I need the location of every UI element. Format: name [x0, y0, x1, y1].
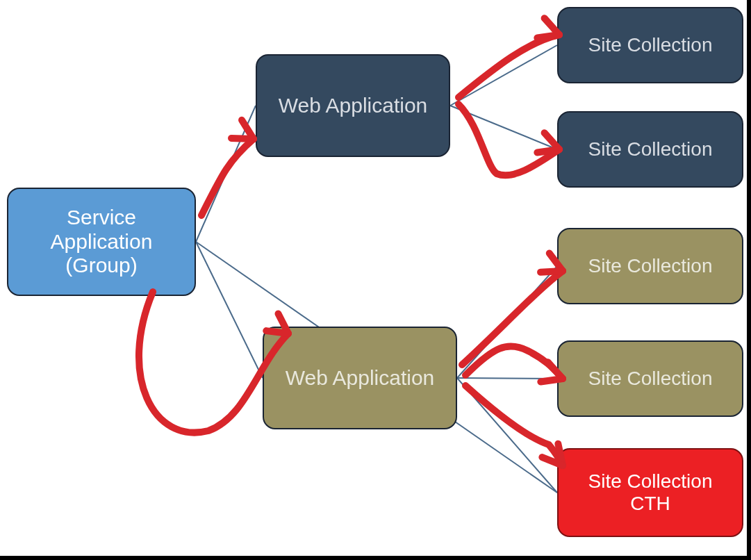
node-service-application-group: ServiceApplication(Group) — [7, 188, 196, 296]
node-label: Web Application — [264, 94, 442, 118]
node-label: Site CollectionCTH — [566, 470, 735, 515]
node-site-collection-1: Site Collection — [557, 7, 743, 83]
svg-line-3 — [450, 106, 557, 149]
node-site-collection-4: Site Collection — [557, 340, 743, 417]
node-site-collection-cth: Site CollectionCTH — [557, 448, 743, 537]
node-web-application-2: Web Application — [263, 327, 457, 429]
svg-line-0 — [196, 106, 256, 242]
node-label: ServiceApplication(Group) — [15, 206, 188, 278]
diagram-stage: ServiceApplication(Group) Web Applicatio… — [0, 0, 751, 560]
node-label: Site Collection — [566, 255, 735, 277]
svg-line-8 — [242, 120, 254, 139]
node-label: Site Collection — [566, 368, 735, 390]
node-label: Web Application — [271, 366, 449, 390]
node-site-collection-2: Site Collection — [557, 111, 743, 188]
node-site-collection-3: Site Collection — [557, 228, 743, 304]
node-label: Site Collection — [566, 138, 735, 160]
svg-line-2 — [450, 45, 557, 106]
svg-line-4 — [457, 266, 557, 378]
node-label: Site Collection — [566, 34, 735, 56]
node-web-application-1: Web Application — [256, 54, 450, 157]
svg-line-9 — [231, 138, 254, 139]
svg-line-6 — [457, 378, 557, 493]
svg-line-13 — [537, 149, 559, 152]
svg-line-1 — [196, 242, 263, 378]
svg-line-11 — [537, 35, 559, 38]
svg-line-5 — [457, 378, 557, 379]
